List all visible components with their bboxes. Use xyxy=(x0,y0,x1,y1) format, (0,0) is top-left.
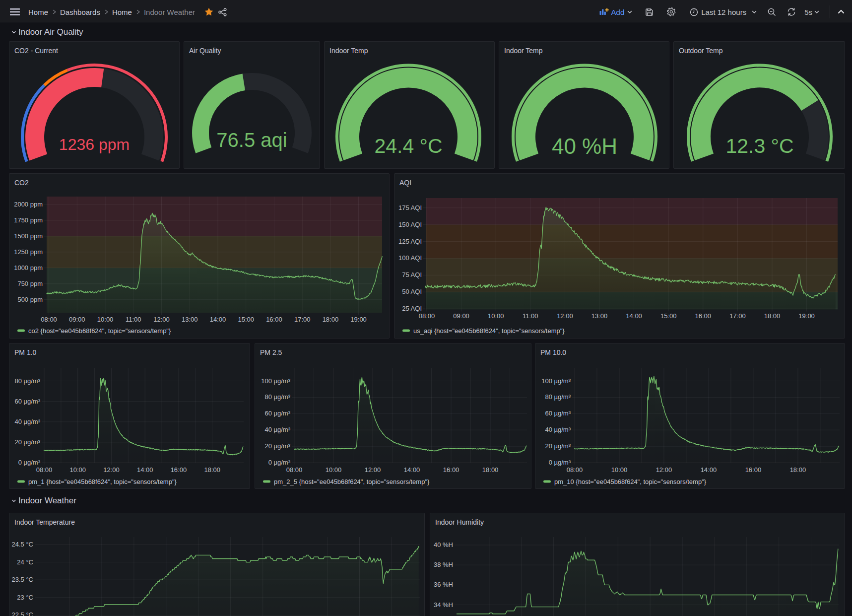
svg-text:12:00: 12:00 xyxy=(557,312,573,320)
svg-text:12:00: 12:00 xyxy=(365,466,381,474)
svg-text:13:00: 13:00 xyxy=(182,316,198,323)
svg-text:100 µg/m³: 100 µg/m³ xyxy=(541,377,571,385)
svg-text:19:00: 19:00 xyxy=(798,312,815,320)
svg-text:36 %H: 36 %H xyxy=(434,581,453,588)
svg-text:24.4 °C: 24.4 °C xyxy=(374,135,442,157)
svg-text:16:00: 16:00 xyxy=(695,312,712,320)
svg-text:10:00: 10:00 xyxy=(97,316,114,323)
svg-text:08:00: 08:00 xyxy=(419,312,435,320)
svg-text:12.3 °C: 12.3 °C xyxy=(725,135,793,157)
svg-text:co2 {host="ee045b68f624", topi: co2 {host="ee045b68f624", topic="sensors… xyxy=(28,327,171,335)
svg-text:1000 ppm: 1000 ppm xyxy=(14,264,43,272)
svg-text:20 µg/m³: 20 µg/m³ xyxy=(545,442,571,450)
svg-text:60 µg/m³: 60 µg/m³ xyxy=(545,410,571,417)
svg-text:2000 ppm: 2000 ppm xyxy=(14,201,43,208)
svg-text:16:00: 16:00 xyxy=(745,466,762,474)
svg-text:1750 ppm: 1750 ppm xyxy=(14,216,43,224)
svg-text:14:00: 14:00 xyxy=(137,466,153,474)
svg-text:09:00: 09:00 xyxy=(453,312,469,320)
svg-text:40 µg/m³: 40 µg/m³ xyxy=(14,418,40,425)
svg-text:18:00: 18:00 xyxy=(323,316,339,323)
svg-text:14:00: 14:00 xyxy=(701,466,717,474)
svg-text:pm_1 {host="ee045b68f624", top: pm_1 {host="ee045b68f624", topic="sensor… xyxy=(28,478,177,485)
svg-text:100 µg/m³: 100 µg/m³ xyxy=(261,377,290,385)
svg-text:38 %H: 38 %H xyxy=(434,561,453,568)
svg-text:20 µg/m³: 20 µg/m³ xyxy=(264,442,290,450)
svg-text:08:00: 08:00 xyxy=(41,316,57,323)
svg-text:13:00: 13:00 xyxy=(591,312,608,320)
svg-text:40 µg/m³: 40 µg/m³ xyxy=(545,426,571,433)
svg-text:80 µg/m³: 80 µg/m³ xyxy=(14,377,40,385)
svg-text:10:00: 10:00 xyxy=(611,466,628,474)
svg-text:us_aqi {host="ee045b68f624", t: us_aqi {host="ee045b68f624", topic="sens… xyxy=(413,327,565,335)
svg-text:23 °C: 23 °C xyxy=(17,594,33,601)
svg-text:24.5 °C: 24.5 °C xyxy=(11,541,33,548)
svg-text:10:00: 10:00 xyxy=(488,312,504,320)
svg-text:18:00: 18:00 xyxy=(790,466,806,474)
svg-text:40 µg/m³: 40 µg/m³ xyxy=(264,426,290,433)
svg-text:16:00: 16:00 xyxy=(443,466,459,474)
svg-text:34 %H: 34 %H xyxy=(434,601,453,609)
svg-text:08:00: 08:00 xyxy=(286,466,303,474)
svg-text:75 AQI: 75 AQI xyxy=(402,271,422,278)
svg-text:60 µg/m³: 60 µg/m³ xyxy=(264,410,290,417)
svg-text:10:00: 10:00 xyxy=(326,466,342,474)
svg-text:16:00: 16:00 xyxy=(266,316,282,323)
svg-text:40 %H: 40 %H xyxy=(434,541,453,548)
svg-text:22.5 °C: 22.5 °C xyxy=(11,611,33,616)
svg-text:15:00: 15:00 xyxy=(660,312,677,320)
svg-text:16:00: 16:00 xyxy=(171,466,187,474)
svg-text:09:00: 09:00 xyxy=(69,316,85,323)
svg-text:11:00: 11:00 xyxy=(523,312,538,320)
svg-text:12:00: 12:00 xyxy=(656,466,672,474)
svg-text:19:00: 19:00 xyxy=(350,316,367,323)
svg-text:175 AQI: 175 AQI xyxy=(398,204,422,211)
svg-text:76.5 aqi: 76.5 aqi xyxy=(216,129,287,151)
svg-text:80 µg/m³: 80 µg/m³ xyxy=(545,393,571,401)
svg-text:18:00: 18:00 xyxy=(204,466,220,474)
svg-text:0 µg/m³: 0 µg/m³ xyxy=(549,459,571,466)
svg-text:24 °C: 24 °C xyxy=(17,558,33,566)
svg-text:125 AQI: 125 AQI xyxy=(398,238,422,245)
svg-text:14:00: 14:00 xyxy=(404,466,420,474)
svg-text:10:00: 10:00 xyxy=(69,466,86,474)
svg-text:1500 ppm: 1500 ppm xyxy=(14,232,43,240)
svg-text:17:00: 17:00 xyxy=(294,316,311,323)
svg-text:60 µg/m³: 60 µg/m³ xyxy=(14,398,40,405)
svg-text:23.5 °C: 23.5 °C xyxy=(11,576,33,583)
svg-text:08:00: 08:00 xyxy=(36,466,53,474)
svg-text:500 ppm: 500 ppm xyxy=(17,296,43,303)
svg-text:pm_10 {host="ee045b68f624", to: pm_10 {host="ee045b68f624", topic="senso… xyxy=(554,478,707,485)
svg-text:pm_2_5 {host="ee045b68f624", t: pm_2_5 {host="ee045b68f624", topic="sens… xyxy=(274,478,430,485)
svg-text:40 %H: 40 %H xyxy=(552,134,617,158)
svg-text:1236 ppm: 1236 ppm xyxy=(59,136,130,153)
svg-text:14:00: 14:00 xyxy=(210,316,226,323)
svg-text:08:00: 08:00 xyxy=(567,466,583,474)
svg-text:25 AQI: 25 AQI xyxy=(402,305,422,312)
svg-text:0 µg/m³: 0 µg/m³ xyxy=(18,459,41,466)
svg-text:12:00: 12:00 xyxy=(103,466,120,474)
svg-text:12:00: 12:00 xyxy=(153,316,170,323)
svg-text:18:00: 18:00 xyxy=(482,466,499,474)
svg-text:0 µg/m³: 0 µg/m³ xyxy=(268,459,291,466)
svg-text:1250 ppm: 1250 ppm xyxy=(14,248,43,256)
svg-text:15:00: 15:00 xyxy=(238,316,254,323)
svg-text:14:00: 14:00 xyxy=(626,312,642,320)
svg-text:18:00: 18:00 xyxy=(764,312,781,320)
svg-text:80 µg/m³: 80 µg/m³ xyxy=(264,393,290,401)
svg-text:11:00: 11:00 xyxy=(126,316,141,323)
svg-text:20 µg/m³: 20 µg/m³ xyxy=(14,438,40,446)
svg-text:100 AQI: 100 AQI xyxy=(398,254,422,262)
svg-text:150 AQI: 150 AQI xyxy=(398,221,422,228)
svg-text:750 ppm: 750 ppm xyxy=(17,280,43,287)
svg-text:17:00: 17:00 xyxy=(729,312,746,320)
svg-text:50 AQI: 50 AQI xyxy=(402,288,422,295)
